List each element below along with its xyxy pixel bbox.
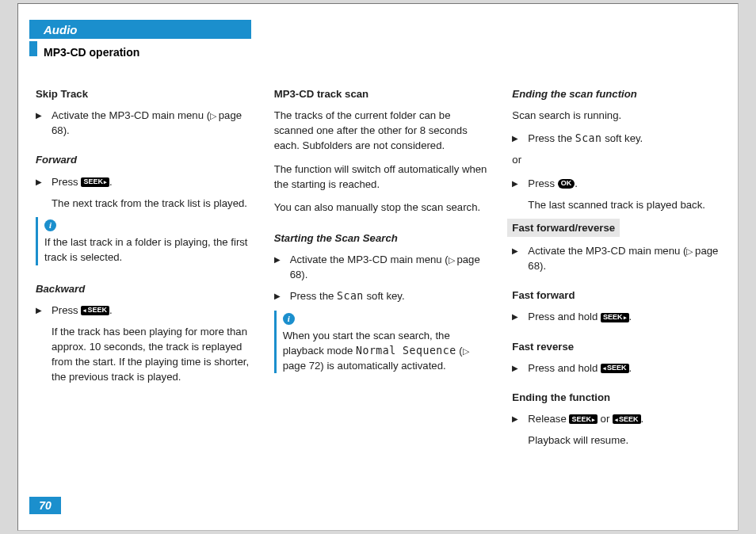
seek-forward-button-icon: SEEK	[569, 414, 598, 424]
seek-back-button-icon: SEEK	[601, 364, 629, 373]
step-text: Press OK.	[528, 176, 730, 191]
softkey-scan-label: Scan	[575, 132, 602, 144]
heading-ending-scan: Ending the scan function	[512, 86, 730, 101]
step-text: Press SEEK.	[52, 174, 254, 189]
step-marker-icon	[512, 309, 521, 324]
heading-skip-track: Skip Track	[36, 86, 254, 101]
step-hold-seek-back: Press and hold SEEK.	[512, 360, 730, 376]
seek-forward-button-icon: SEEK	[81, 177, 109, 187]
step-press-seek-back: Press SEEK.	[36, 303, 254, 318]
result-text: The next track from the track list is pl…	[52, 196, 254, 211]
step-marker-icon	[274, 252, 284, 282]
heading-fast-forward: Fast forward	[512, 288, 730, 303]
softkey-scan-label: Scan	[337, 290, 364, 302]
step-press-seek-fwd: Press SEEK.	[36, 174, 254, 189]
step-activate-menu: Activate the MP3-CD main menu ( page 68)…	[512, 243, 730, 273]
note-text: If the last track in a folder is playing…	[44, 235, 254, 265]
paragraph: The function will switch off automatical…	[274, 162, 492, 192]
step-marker-icon	[512, 360, 521, 376]
paragraph: You can also manually stop the scan sear…	[274, 200, 492, 215]
step-hold-seek-fwd: Press and hold SEEK.	[512, 309, 730, 324]
note-text: When you start the scan search, the play…	[283, 328, 492, 373]
paragraph: Scan search is running.	[512, 108, 730, 123]
heading-start-scan: Starting the Scan Search	[274, 231, 492, 246]
page-ref-icon	[686, 245, 692, 257]
page-number: 70	[29, 497, 61, 514]
step-text: Press the Scan soft key.	[528, 131, 730, 146]
result-text: The last scanned track is played back.	[528, 197, 730, 212]
step-press-scan: Press the Scan soft key.	[274, 288, 492, 303]
step-marker-icon	[36, 108, 45, 138]
section-tab: Audio	[29, 20, 251, 39]
step-text: Press and hold SEEK.	[528, 309, 730, 324]
heading-ff-rev-label: Fast forward/reverse	[507, 219, 620, 237]
subsection-title: MP3-CD operation	[44, 45, 139, 59]
manual-page: Audio MP3-CD operation Skip Track Activa…	[17, 3, 739, 531]
subsection-stripe	[29, 41, 37, 56]
step-text: Activate the MP3-CD main menu ( page 68)…	[290, 252, 492, 282]
step-marker-icon	[274, 288, 284, 303]
mode-label: Normal Sequence	[356, 345, 456, 357]
paragraph: The tracks of the current folder can be …	[274, 108, 492, 153]
column-2: MP3-CD track scan The tracks of the curr…	[274, 86, 492, 454]
step-marker-icon	[36, 174, 45, 189]
page-ref-icon	[449, 254, 454, 265]
heading-forward: Forward	[36, 152, 254, 167]
seek-forward-button-icon: SEEK	[601, 313, 629, 322]
or-text: or	[512, 152, 730, 167]
step-marker-icon	[512, 131, 521, 146]
step-marker-icon	[512, 176, 521, 191]
result-text: Playback will resume.	[528, 433, 730, 448]
step-text: Press SEEK.	[52, 303, 254, 318]
info-note: i When you start the scan search, the pl…	[274, 311, 492, 374]
page-ref-icon	[463, 345, 468, 357]
section-tab-label: Audio	[44, 23, 78, 36]
result-text: If the track has been playing for more t…	[52, 324, 254, 385]
content-columns: Skip Track Activate the MP3-CD main menu…	[36, 86, 730, 454]
step-text: Release SEEK or SEEK.	[528, 411, 730, 426]
step-marker-icon	[512, 411, 521, 426]
heading-track-scan: MP3-CD track scan	[274, 86, 492, 101]
page-number-label: 70	[39, 499, 52, 512]
step-press-ok: Press OK.	[512, 176, 730, 191]
heading-ff-rev: Fast forward/reverse	[512, 219, 730, 237]
step-text: Activate the MP3-CD main menu ( page 68)…	[52, 108, 254, 138]
step-press-scan: Press the Scan soft key.	[512, 131, 730, 146]
step-marker-icon	[512, 243, 521, 273]
heading-fast-reverse: Fast reverse	[512, 339, 730, 354]
step-text: Press the Scan soft key.	[290, 288, 492, 303]
heading-backward: Backward	[36, 281, 254, 296]
step-text: Press and hold SEEK.	[528, 360, 730, 376]
ok-button-icon: OK	[558, 179, 575, 189]
step-marker-icon	[36, 303, 45, 318]
info-icon: i	[283, 313, 295, 325]
seek-back-button-icon: SEEK	[81, 306, 109, 315]
heading-ending-function: Ending the function	[512, 390, 730, 405]
seek-back-button-icon: SEEK	[613, 414, 641, 424]
info-note: i If the last track in a folder is playi…	[36, 217, 254, 265]
column-1: Skip Track Activate the MP3-CD main menu…	[36, 86, 254, 454]
step-activate-menu: Activate the MP3-CD main menu ( page 68)…	[36, 108, 254, 138]
page-ref-icon	[210, 109, 216, 121]
column-3: Ending the scan function Scan search is …	[512, 86, 730, 454]
step-activate-menu: Activate the MP3-CD main menu ( page 68)…	[274, 252, 492, 282]
info-icon: i	[44, 219, 56, 231]
step-release: Release SEEK or SEEK.	[512, 411, 730, 426]
step-text: Activate the MP3-CD main menu ( page 68)…	[528, 243, 730, 273]
